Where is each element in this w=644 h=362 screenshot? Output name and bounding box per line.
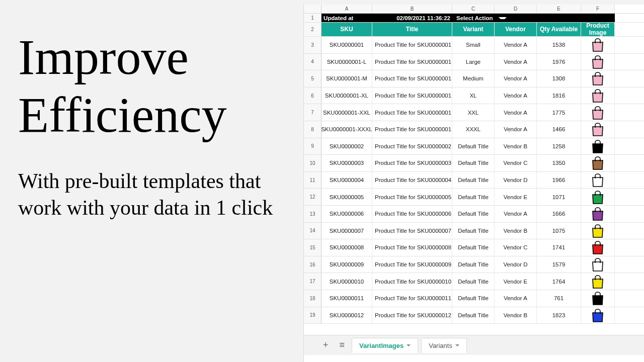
cell-product-image[interactable] [581, 54, 615, 70]
cell-variant[interactable]: XL [452, 87, 495, 104]
cell-title[interactable]: Product Title for SKU0000009 [372, 256, 452, 273]
cell-title[interactable]: Product Title for SKU0000008 [372, 239, 452, 256]
cell-vendor[interactable]: Vendor C [495, 239, 537, 256]
cell-title[interactable]: Product Title for SKU0000001 [372, 37, 452, 53]
cell-qty[interactable]: 1966 [537, 172, 581, 189]
cell-sku[interactable]: SKU0000011 [321, 290, 372, 307]
cell-product-image[interactable] [581, 172, 615, 189]
cell-variant[interactable]: Default Title [452, 206, 495, 222]
cell-sku[interactable]: SKU0000001-XL [321, 87, 372, 104]
cell-variant[interactable]: Small [452, 37, 495, 53]
cell-sku[interactable]: SKU0000006 [321, 206, 372, 222]
cell-sku[interactable]: SKU0000012 [321, 307, 372, 324]
cell-title[interactable]: Product Title for SKU0000001 [372, 121, 452, 138]
cell-vendor[interactable]: Vendor B [495, 138, 537, 155]
tab-variants[interactable]: Variants [421, 338, 467, 353]
cell-title[interactable]: Product Title for SKU0000006 [372, 206, 452, 222]
cell-product-image[interactable] [581, 87, 615, 104]
cell-product-image[interactable] [581, 273, 615, 290]
cell-sku[interactable]: SKU0000008 [321, 239, 372, 256]
cell-product-image[interactable] [581, 104, 615, 121]
column-letter[interactable]: D [495, 5, 537, 13]
cell-variant[interactable]: Default Title [452, 307, 495, 324]
cell-vendor[interactable]: Vendor B [495, 223, 537, 239]
cell-product-image[interactable] [581, 307, 615, 324]
cell-variant[interactable]: Default Title [452, 256, 495, 273]
cell-vendor[interactable]: Vendor D [495, 172, 537, 189]
cell-qty[interactable]: 1071 [537, 189, 581, 205]
cell-product-image[interactable] [581, 206, 615, 222]
column-letter[interactable]: A [321, 5, 372, 13]
column-letter[interactable]: B [372, 5, 452, 13]
cell-sku[interactable]: SKU0000001-L [321, 54, 372, 70]
cell-variant[interactable]: XXXL [452, 121, 495, 138]
cell-product-image[interactable] [581, 70, 615, 87]
cell-variant[interactable]: XXL [452, 104, 495, 121]
cell-qty[interactable]: 1350 [537, 155, 581, 171]
cell-qty[interactable]: 1666 [537, 206, 581, 222]
cell-vendor[interactable]: Vendor A [495, 121, 537, 138]
cell-product-image[interactable] [581, 290, 615, 307]
cell-product-image[interactable] [581, 189, 615, 205]
cell-sku[interactable]: SKU0000004 [321, 172, 372, 189]
cell-product-image[interactable] [581, 121, 615, 138]
cell-product-image[interactable] [581, 223, 615, 239]
cell-variant[interactable]: Large [452, 54, 495, 70]
cell-variant[interactable]: Default Title [452, 223, 495, 239]
cell-vendor[interactable]: Vendor C [495, 155, 537, 171]
tab-variantimages[interactable]: VariantImages [352, 338, 418, 353]
select-action-dropdown[interactable]: Select Action [452, 15, 495, 21]
cell-qty[interactable]: 1075 [537, 223, 581, 239]
cell-qty[interactable]: 1775 [537, 104, 581, 121]
column-letter[interactable] [304, 5, 321, 13]
cell-title[interactable]: Product Title for SKU0000004 [372, 172, 452, 189]
cell-title[interactable]: Product Title for SKU0000003 [372, 155, 452, 171]
cell-vendor[interactable]: Vendor D [495, 256, 537, 273]
cell-qty[interactable]: 1976 [537, 54, 581, 70]
cell-product-image[interactable] [581, 256, 615, 273]
cell-title[interactable]: Product Title for SKU0000002 [372, 138, 452, 155]
cell-vendor[interactable]: Vendor A [495, 70, 537, 87]
cell-title[interactable]: Product Title for SKU0000010 [372, 273, 452, 290]
cell-sku[interactable]: SKU0000001 [321, 37, 372, 53]
cell-qty[interactable]: 1816 [537, 87, 581, 104]
add-sheet-button[interactable]: + [319, 337, 333, 353]
cell-sku[interactable]: SKU0000002 [321, 138, 372, 155]
cell-sku[interactable]: SKU0000001-XXXL [321, 121, 372, 138]
cell-product-image[interactable] [581, 138, 615, 155]
cell-sku[interactable]: SKU0000005 [321, 189, 372, 205]
cell-qty[interactable]: 1308 [537, 70, 581, 87]
cell-title[interactable]: Product Title for SKU0000005 [372, 189, 452, 205]
cell-vendor[interactable]: Vendor E [495, 273, 537, 290]
cell-sku[interactable]: SKU0000003 [321, 155, 372, 171]
cell-qty[interactable]: 1579 [537, 256, 581, 273]
cell-variant[interactable]: Default Title [452, 155, 495, 171]
cell-vendor[interactable]: Vendor E [495, 189, 537, 205]
column-letter[interactable]: F [581, 5, 615, 13]
cell-vendor[interactable]: Vendor A [495, 37, 537, 53]
column-letter[interactable]: E [537, 5, 581, 13]
cell-qty[interactable]: 1741 [537, 239, 581, 256]
cell-product-image[interactable] [581, 37, 615, 53]
cell-sku[interactable]: SKU0000001-M [321, 70, 372, 87]
cell-variant[interactable]: Default Title [452, 273, 495, 290]
cell-qty[interactable]: 1466 [537, 121, 581, 138]
cell-qty[interactable]: 1258 [537, 138, 581, 155]
cell-variant[interactable]: Default Title [452, 189, 495, 205]
cell-title[interactable]: Product Title for SKU0000001 [372, 104, 452, 121]
cell-vendor[interactable]: Vendor A [495, 290, 537, 307]
cell-qty[interactable]: 1764 [537, 273, 581, 290]
cell-title[interactable]: Product Title for SKU0000012 [372, 307, 452, 324]
cell-qty[interactable]: 761 [537, 290, 581, 307]
cell-sku[interactable]: SKU0000001-XXL [321, 104, 372, 121]
cell-variant[interactable]: Default Title [452, 290, 495, 307]
cell-variant[interactable]: Default Title [452, 138, 495, 155]
cell-vendor[interactable]: Vendor A [495, 104, 537, 121]
cell-sku[interactable]: SKU0000009 [321, 256, 372, 273]
cell-variant[interactable]: Medium [452, 70, 495, 87]
cell-sku[interactable]: SKU0000007 [321, 223, 372, 239]
cell-title[interactable]: Product Title for SKU0000001 [372, 87, 452, 104]
cell-variant[interactable]: Default Title [452, 239, 495, 256]
cell-vendor[interactable]: Vendor A [495, 87, 537, 104]
cell-title[interactable]: Product Title for SKU0000001 [372, 54, 452, 70]
